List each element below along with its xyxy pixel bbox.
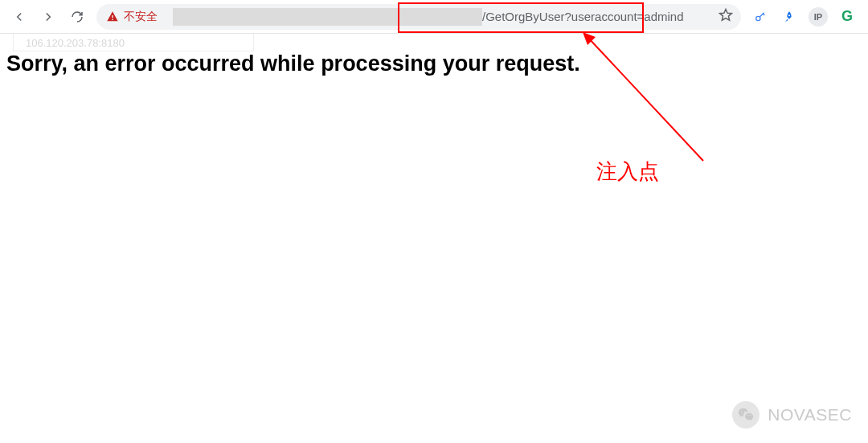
forward-button[interactable] bbox=[35, 4, 61, 30]
grammarly-extension-icon[interactable]: G bbox=[836, 6, 858, 28]
watermark-text: NOVASEC bbox=[768, 405, 852, 425]
faded-subtext: 106.120.203.78:8180 bbox=[26, 37, 125, 49]
rocket-extension-icon[interactable] bbox=[778, 6, 800, 28]
url-text: /GetOrgByUser?useraccount=admind bbox=[482, 10, 684, 23]
svg-point-0 bbox=[112, 18, 113, 20]
warning-icon bbox=[106, 10, 119, 23]
back-button[interactable] bbox=[6, 4, 32, 30]
annotation-label: 注入点 bbox=[596, 158, 659, 186]
svg-point-1 bbox=[756, 16, 760, 20]
extension-icons: IP G bbox=[749, 6, 862, 28]
key-extension-icon[interactable] bbox=[749, 6, 772, 28]
wechat-icon bbox=[732, 401, 760, 429]
ip-extension-icon[interactable]: IP bbox=[807, 6, 829, 28]
reload-button[interactable] bbox=[64, 4, 90, 30]
insecure-badge[interactable]: 不安全 bbox=[106, 10, 158, 24]
insecure-label: 不安全 bbox=[124, 10, 158, 24]
watermark: NOVASEC bbox=[732, 401, 852, 429]
error-heading: Sorry, an error occurred while processin… bbox=[6, 50, 862, 78]
address-bar[interactable]: 不安全 /GetOrgByUser?useraccount=admind bbox=[96, 4, 741, 30]
browser-toolbar: 不安全 /GetOrgByUser?useraccount=admind IP … bbox=[0, 0, 868, 34]
url-obscured-section bbox=[173, 8, 482, 26]
bookmark-star-icon[interactable] bbox=[719, 8, 733, 26]
